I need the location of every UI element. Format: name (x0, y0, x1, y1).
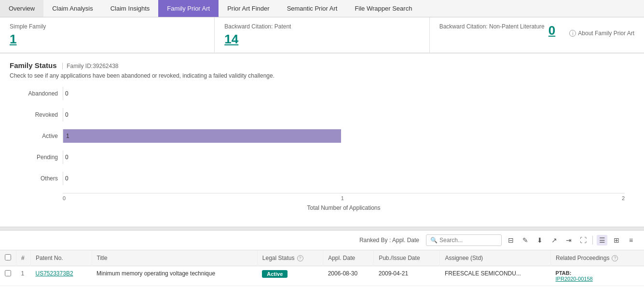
simple-family-label: Simple Family (10, 23, 205, 30)
patent-no-link[interactable]: US7523373B2 (36, 270, 73, 277)
about-family-prior-art-link[interactable]: i About Family Prior Art (569, 30, 634, 37)
chart-row-abandoned: Abandoned 0 (19, 87, 625, 100)
chart-bar-container-pending: 0 (63, 150, 625, 164)
table-toolbar: Ranked By : Appl. Date 🔍 ⊟ ✎ ⬇ ↗ ⇥ ⛶ ☰ ⊞… (0, 231, 644, 250)
nav-tabs: Overview Claim Analysis Claim Insights F… (0, 0, 644, 17)
row-pub-issue-date: 2009-04-21 (374, 266, 440, 286)
chart-row-pending: Pending 0 (19, 150, 625, 164)
export-alt-icon[interactable]: ⇥ (563, 235, 574, 245)
edit-icon[interactable]: ✎ (520, 235, 531, 245)
chart-label-active: Active (19, 133, 58, 139)
backward-patent-label: Backward Citation: Patent (224, 23, 419, 30)
header-legal-status: Legal Status ? (257, 250, 323, 266)
backward-npl-section: Backward Citation: Non-Patent Literature… (430, 17, 644, 53)
tab-semantic-prior-art[interactable]: Semantic Prior Art (278, 0, 346, 17)
download-icon[interactable]: ⬇ (534, 235, 545, 245)
family-status-desc: Check to see if any applications have be… (10, 72, 634, 79)
section-divider (0, 227, 644, 231)
chart-bar-container-active: 1 (63, 129, 625, 143)
results-table: # Patent No. Title Legal Status ? Appl. … (0, 250, 644, 286)
header-num: # (16, 250, 31, 266)
related-proc-label: PTAB: (556, 270, 572, 276)
header-pub-issue-date: Pub./Issue Date (374, 250, 440, 266)
view-list-icon[interactable]: ☰ (597, 235, 607, 245)
header-checkbox (0, 250, 16, 266)
chart-bar-container-others: 0 (63, 172, 625, 185)
family-id: Family ID:39262438 (62, 63, 118, 69)
table-row: 1 US7523373B2 Minimum memory operating v… (0, 266, 644, 286)
simple-family-value[interactable]: 1 (10, 32, 205, 47)
header-title: Title (92, 250, 257, 266)
row-patent-no: US7523373B2 (31, 266, 92, 286)
export-icon[interactable]: ↗ (549, 235, 560, 245)
row-checkbox-cell (0, 266, 16, 286)
related-proc-value[interactable]: IPR2020-00158 (556, 276, 593, 282)
header-appl-date: Appl. Date (323, 250, 374, 266)
legal-status-help-icon[interactable]: ? (297, 255, 303, 261)
info-icon: i (569, 30, 576, 37)
row-num: 1 (16, 266, 31, 286)
chart-x-axis: 0 1 2 (63, 193, 625, 203)
chart-label-revoked: Revoked (19, 111, 58, 118)
summary-bar: Simple Family 1 Backward Citation: Paten… (0, 17, 644, 54)
ranked-by-label: Ranked By : Appl. Date (359, 237, 419, 244)
related-proceedings-help-icon[interactable]: ? (612, 255, 618, 261)
row-title: Minimum memory operating voltage techniq… (92, 266, 257, 286)
chart-row-active[interactable]: Active 1 (19, 129, 625, 143)
toolbar-separator (592, 236, 593, 245)
family-status-title: Family Status (10, 61, 57, 69)
backward-patent-section: Backward Citation: Patent 14 (215, 17, 429, 53)
chart-row-revoked: Revoked 0 (19, 108, 625, 122)
x-axis-min: 0 (63, 195, 66, 201)
chart-bar-container-revoked: 0 (63, 108, 625, 122)
chart-label-pending: Pending (19, 154, 58, 161)
row-legal-status: Active (257, 266, 323, 286)
tab-family-prior-art[interactable]: Family Prior Art (158, 0, 219, 17)
table-header-row: # Patent No. Title Legal Status ? Appl. … (0, 250, 644, 266)
header-patent-no: Patent No. (31, 250, 92, 266)
expand-icon[interactable]: ⛶ (578, 235, 589, 245)
chart-label-others: Others (19, 175, 58, 182)
backward-patent-value[interactable]: 14 (224, 32, 419, 47)
row-related-proceedings: PTAB: IPR2020-00158 (551, 266, 644, 286)
family-status-section: Family Status Family ID:39262438 Check t… (0, 54, 644, 227)
tab-claim-insights[interactable]: Claim Insights (102, 0, 159, 17)
search-icon: 🔍 (430, 237, 438, 244)
x-axis-mid: 1 (341, 195, 344, 201)
x-axis-max: 2 (622, 195, 625, 201)
header-assignee: Assignee (Std) (440, 250, 551, 266)
row-appl-date: 2006-08-30 (323, 266, 374, 286)
backward-npl-label: Backward Citation: Non-Patent Literature (439, 23, 545, 30)
header-related-proceedings: Related Proceedings ? (551, 250, 644, 266)
search-box: 🔍 (426, 234, 502, 246)
tab-overview[interactable]: Overview (0, 0, 43, 17)
chart-label-abandoned: Abandoned (19, 90, 58, 97)
view-grid-icon[interactable]: ⊞ (611, 235, 622, 245)
chart-bar-active[interactable]: 1 (63, 129, 341, 143)
status-badge: Active (262, 270, 288, 278)
filter-icon[interactable]: ⊟ (506, 235, 516, 245)
tab-claim-analysis[interactable]: Claim Analysis (43, 0, 102, 17)
backward-npl-value[interactable]: 0 (548, 23, 555, 38)
chart-footer-label: Total Number of Applications (63, 205, 625, 211)
chart-row-others: Others 0 (19, 172, 625, 185)
tab-prior-art-finder[interactable]: Prior Art Finder (219, 0, 278, 17)
chart-bar-container-abandoned: 0 (63, 87, 625, 100)
view-compact-icon[interactable]: ≡ (626, 235, 636, 245)
search-input[interactable] (439, 237, 497, 244)
tab-file-wrapper-search[interactable]: File Wrapper Search (346, 0, 421, 17)
row-checkbox[interactable] (5, 270, 11, 276)
simple-family-section: Simple Family 1 (0, 17, 215, 53)
row-assignee: FREESCALE SEMICONDU... (440, 266, 551, 286)
chart-area: Abandoned 0 Revoked 0 Active 1 Pending 0 (19, 87, 625, 211)
select-all-checkbox[interactable] (5, 254, 11, 260)
